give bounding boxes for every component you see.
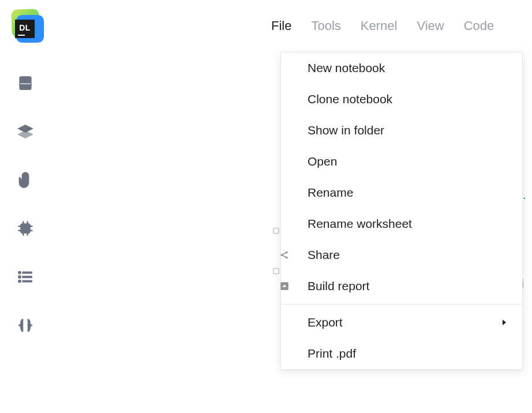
menu-item-label: Export [308, 316, 343, 329]
chip-icon[interactable] [15, 218, 36, 239]
menu-clone-notebook[interactable]: Clone notebook [281, 84, 522, 115]
menu-new-notebook[interactable]: New notebook [281, 52, 522, 84]
svg-marker-29 [503, 320, 506, 325]
sidebar: DL [0, 0, 51, 413]
menu-show-in-folder[interactable]: Show in folder [281, 115, 522, 146]
attachment-icon[interactable] [15, 170, 36, 190]
menu-share[interactable]: Share [281, 239, 522, 271]
svg-line-26 [283, 256, 286, 257]
svg-point-14 [18, 271, 21, 274]
menu-rename-worksheet[interactable]: Rename worksheet [281, 208, 522, 239]
menu-item-label: Open [308, 155, 337, 168]
notebook-icon[interactable] [15, 73, 36, 93]
menu-item-label: Print .pdf [308, 347, 356, 361]
menu-build-report[interactable]: Build report [281, 271, 522, 302]
svg-point-15 [18, 276, 21, 279]
menu-item-label: Clone notebook [308, 92, 392, 106]
svg-point-16 [18, 280, 21, 283]
menu-kernel[interactable]: Kernel [361, 18, 398, 33]
menu-item-label: Share [308, 248, 340, 262]
menu-item-label: Rename [308, 186, 353, 200]
menu-rename[interactable]: Rename [281, 177, 522, 208]
menu-item-label: New notebook [308, 61, 385, 75]
submenu-arrow-icon [501, 316, 507, 329]
menu-separator [281, 304, 522, 305]
braces-icon[interactable] [15, 315, 36, 336]
file-dropdown: New notebook Clone notebook Show in fold… [280, 52, 523, 370]
svg-rect-5 [23, 226, 28, 231]
menu-view[interactable]: View [417, 18, 444, 33]
menu-item-label: Build report [308, 279, 369, 293]
layers-icon[interactable] [15, 121, 36, 142]
svg-rect-20 [274, 228, 279, 233]
menu-code[interactable]: Code [464, 18, 494, 33]
svg-rect-21 [274, 268, 279, 273]
build-icon [279, 280, 290, 292]
menu-export[interactable]: Export [281, 307, 522, 338]
menu-print-pdf[interactable]: Print .pdf [281, 338, 522, 369]
svg-rect-18 [23, 276, 32, 278]
app-logo[interactable]: DL [9, 9, 42, 42]
svg-marker-3 [18, 131, 33, 138]
menu-file[interactable]: File [271, 18, 291, 33]
share-icon [279, 249, 290, 261]
menu-item-label: Show in folder [308, 123, 384, 137]
svg-rect-1 [20, 83, 31, 85]
svg-rect-17 [23, 272, 32, 273]
svg-line-25 [283, 253, 286, 254]
list-icon[interactable] [15, 266, 36, 287]
svg-rect-19 [23, 280, 32, 282]
menubar: File Tools Kernel View Code [271, 18, 494, 33]
menu-open[interactable]: Open [281, 146, 522, 177]
menu-tools[interactable]: Tools [311, 18, 340, 33]
menu-item-label: Rename worksheet [308, 217, 412, 231]
